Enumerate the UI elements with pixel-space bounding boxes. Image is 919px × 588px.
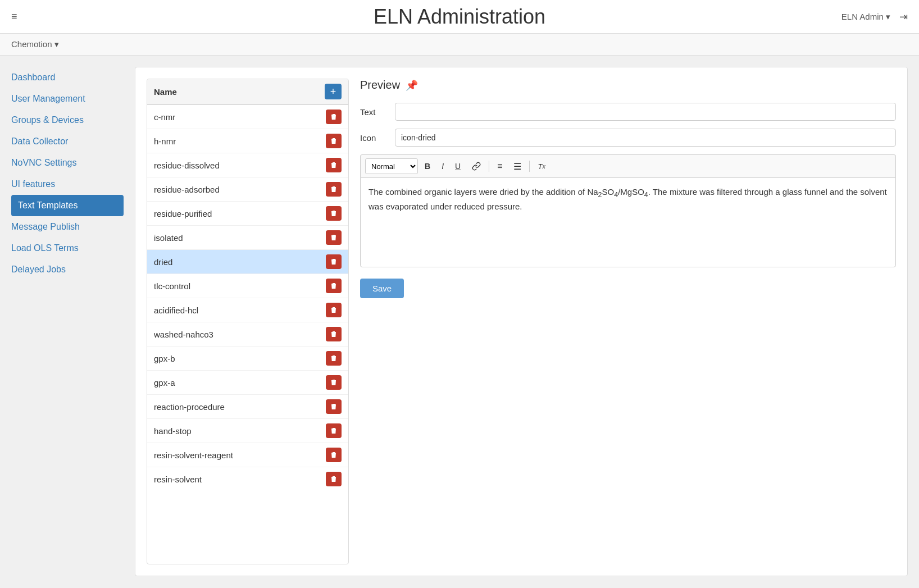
list-row[interactable]: c-nmr: [147, 105, 348, 129]
list-row-name: acidified-hcl: [154, 306, 198, 315]
icon-input[interactable]: [395, 129, 896, 147]
list-row-name: gpx-a: [154, 378, 175, 388]
sidebar-item-groups-devices[interactable]: Groups & Devices: [11, 110, 124, 131]
list-row[interactable]: gpx-a: [147, 371, 348, 395]
delete-template-button[interactable]: [326, 254, 342, 269]
list-row-name: isolated: [154, 233, 183, 243]
admin-label[interactable]: ELN Admin ▾: [841, 12, 890, 22]
list-row[interactable]: dried: [147, 250, 348, 274]
list-row-name: washed-nahco3: [154, 330, 213, 339]
list-row[interactable]: washed-nahco3: [147, 322, 348, 347]
unordered-list-button[interactable]: ☰: [509, 158, 526, 174]
toolbar-divider-2: [529, 161, 530, 172]
style-select[interactable]: Normal Heading 1 Heading 2: [365, 158, 418, 174]
preview-header: Preview 📌: [360, 79, 896, 92]
sidebar-item-message-publish[interactable]: Message Publish: [11, 216, 124, 238]
list-row[interactable]: acidified-hcl: [147, 298, 348, 322]
logout-icon[interactable]: ⇥: [899, 11, 908, 23]
list-header: Name +: [147, 79, 348, 105]
preview-title: Preview: [360, 79, 400, 92]
italic-button[interactable]: I: [437, 158, 448, 174]
list-row[interactable]: h-nmr: [147, 129, 348, 153]
list-row[interactable]: isolated: [147, 226, 348, 250]
add-template-button[interactable]: +: [325, 84, 342, 99]
list-row-name: gpx-b: [154, 354, 175, 363]
sidebar-item-novnc-settings[interactable]: NoVNC Settings: [11, 152, 124, 174]
preview-panel: Preview 📌 Text Icon Normal Heading 1 Hea…: [360, 79, 896, 564]
list-row[interactable]: gpx-b: [147, 347, 348, 371]
page-title: ELN Administration: [374, 5, 545, 29]
editor-toolbar: Normal Heading 1 Heading 2 B I U ≡ ☰ Tx: [360, 154, 896, 177]
icon-label: Icon: [360, 133, 388, 143]
list-row[interactable]: resin-solvent-reagent: [147, 443, 348, 467]
list-header-label: Name: [154, 87, 177, 97]
delete-template-button[interactable]: [326, 134, 342, 148]
list-row-name: tlc-control: [154, 281, 190, 291]
list-row-name: residue-adsorbed: [154, 185, 220, 194]
bold-button[interactable]: B: [420, 158, 435, 174]
save-button[interactable]: Save: [360, 279, 404, 298]
list-panel: Name + c-nmrh-nmrresidue-dissolvedresidu…: [147, 79, 349, 564]
sidebar-item-dashboard[interactable]: Dashboard: [11, 67, 124, 88]
top-right-controls: ELN Admin ▾ ⇥: [841, 11, 908, 23]
list-row-name: residue-dissolved: [154, 161, 220, 170]
text-input[interactable]: [395, 103, 896, 121]
list-row-name: dried: [154, 257, 172, 267]
text-form-row: Text: [360, 103, 896, 121]
sidebar-item-delayed-jobs[interactable]: Delayed Jobs: [11, 259, 124, 280]
pin-icon: 📌: [406, 79, 418, 92]
content-area: Name + c-nmrh-nmrresidue-dissolvedresidu…: [135, 67, 908, 576]
delete-template-button[interactable]: [326, 448, 342, 462]
ordered-list-button[interactable]: ≡: [493, 158, 507, 174]
sub-bar: Chemotion ▾: [0, 34, 919, 56]
list-row-name: reaction-procedure: [154, 402, 225, 412]
delete-template-button[interactable]: [326, 399, 342, 414]
toolbar-divider-1: [489, 161, 489, 172]
delete-template-button[interactable]: [326, 472, 342, 486]
sidebar-item-text-templates[interactable]: Text Templates: [11, 195, 124, 216]
list-row[interactable]: hand-stop: [147, 419, 348, 443]
sidebar-item-user-management[interactable]: User Management: [11, 88, 124, 110]
delete-template-button[interactable]: [326, 206, 342, 221]
list-row-name: resin-solvent: [154, 475, 202, 484]
list-row[interactable]: resin-solvent: [147, 467, 348, 487]
delete-template-button[interactable]: [326, 327, 342, 341]
top-bar: ≡ ELN Administration ELN Admin ▾ ⇥: [0, 0, 919, 34]
sidebar-item-ui-features[interactable]: UI features: [11, 174, 124, 195]
delete-template-button[interactable]: [326, 423, 342, 438]
list-row[interactable]: tlc-control: [147, 274, 348, 298]
delete-template-button[interactable]: [326, 158, 342, 172]
link-button[interactable]: [467, 158, 485, 174]
delete-template-button[interactable]: [326, 303, 342, 317]
list-row-name: resin-solvent-reagent: [154, 450, 233, 460]
delete-template-button[interactable]: [326, 279, 342, 293]
list-row[interactable]: residue-dissolved: [147, 153, 348, 177]
hamburger-icon[interactable]: ≡: [11, 11, 17, 22]
list-row-name: residue-purified: [154, 209, 212, 218]
text-label: Text: [360, 107, 388, 117]
list-body: c-nmrh-nmrresidue-dissolvedresidue-adsor…: [147, 105, 348, 487]
delete-template-button[interactable]: [326, 182, 342, 197]
sidebar-item-load-ols-terms[interactable]: Load OLS Terms: [11, 238, 124, 259]
sidebar: DashboardUser ManagementGroups & Devices…: [11, 67, 124, 576]
list-row[interactable]: residue-adsorbed: [147, 177, 348, 202]
editor-area[interactable]: The combined organic layers were dried b…: [360, 177, 896, 267]
underline-button[interactable]: U: [451, 158, 465, 174]
icon-form-row: Icon: [360, 129, 896, 147]
list-row[interactable]: residue-purified: [147, 202, 348, 226]
list-row-name: h-nmr: [154, 136, 176, 146]
delete-template-button[interactable]: [326, 230, 342, 245]
sidebar-item-data-collector[interactable]: Data Collector: [11, 131, 124, 152]
list-row-name: hand-stop: [154, 426, 192, 436]
clear-format-button[interactable]: Tx: [533, 158, 549, 174]
list-row-name: c-nmr: [154, 112, 175, 122]
list-row[interactable]: reaction-procedure: [147, 395, 348, 419]
main-layout: DashboardUser ManagementGroups & Devices…: [0, 56, 919, 587]
chemotion-label[interactable]: Chemotion ▾: [11, 39, 59, 49]
delete-template-button[interactable]: [326, 351, 342, 366]
delete-template-button[interactable]: [326, 110, 342, 124]
delete-template-button[interactable]: [326, 375, 342, 390]
